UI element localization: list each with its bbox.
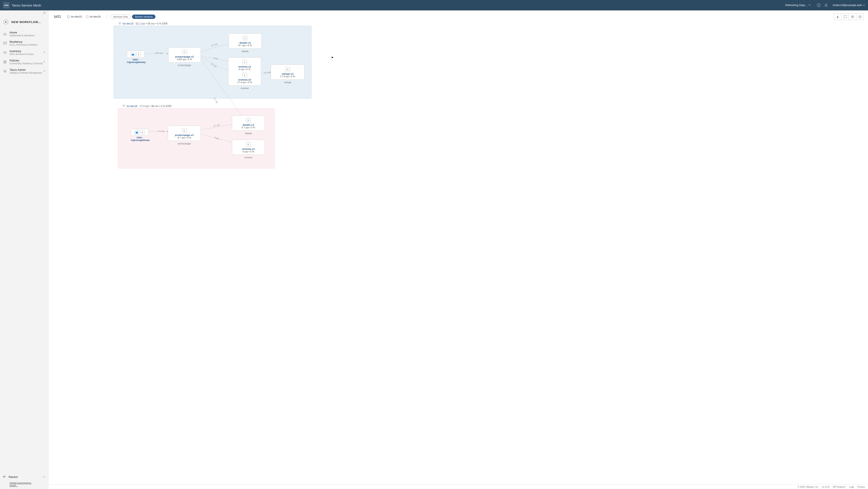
version-icon: v.	[285, 67, 290, 71]
nav-sublabel: SLOs, Peformance & Metrics	[9, 44, 37, 46]
nav-label: Policies	[9, 59, 43, 62]
fullscreen-icon[interactable]	[841, 14, 849, 20]
users-icon: 👥	[130, 52, 135, 57]
node-productpage-c1[interactable]: v. productpage-v1 8.68 rps • 0 % product…	[168, 47, 201, 66]
status-label: Refreshing Data...	[785, 4, 807, 7]
node-group: details	[228, 50, 261, 53]
cluster-stats: 52.2 rps • 95 ms • 0 % ERR	[136, 22, 167, 25]
main-area: bi01 tm-dev15 tm-dev16 Services Only Ser…	[49, 10, 868, 489]
topology-canvas[interactable]: tm-dev15 52.2 rps • 95 ms • 0 % ERR tm-d…	[49, 21, 868, 195]
zoom-in-icon[interactable]	[849, 14, 856, 20]
node-name: reviews-v2	[232, 79, 257, 81]
version-icon: v.	[246, 142, 251, 146]
node-name: reviews-v1	[232, 65, 257, 68]
node-name: istio-ingressgateway	[131, 136, 148, 141]
node-name: productpage-v1	[172, 134, 197, 136]
sidebar-item-policies[interactable]: Policies Connectivity, Resiliency & Secu…	[0, 57, 48, 66]
node-stats: 17.4 rps • 0 %	[232, 81, 257, 84]
nav-sublabel: GNS, Services & Groups	[9, 53, 34, 55]
cluster-name-link[interactable]: tm-dev15	[123, 22, 133, 25]
node-productpage-c2[interactable]: v. productpage-v1 8.7 rps • 0 % productp…	[168, 126, 201, 145]
node-group: productpage	[168, 142, 201, 145]
node-stats: 8.7 rps • 0 %	[172, 136, 197, 139]
door-icon: ⎘	[136, 52, 141, 57]
cluster-header-tm-dev16: tm-dev16 17.4 rps • 98 ms • 0 % ERR	[122, 104, 172, 108]
sidebar-item-home[interactable]: Home Dashboards & Operations	[0, 29, 48, 38]
sidebar-recent[interactable]: Recent	[0, 473, 48, 481]
sidebar-item-admin[interactable]: Tanzu Admin Settings & Software Manageme…	[0, 66, 48, 76]
footer: © 2022 VMware, Inc v1.13.8 API Explorer …	[49, 484, 868, 489]
sidebar-item-inventory[interactable]: Inventory GNS, Services & Groups	[0, 48, 48, 57]
bell-icon[interactable]	[824, 3, 828, 7]
new-workflow-button[interactable]: + NEW WORKFLOW...	[0, 15, 48, 29]
arrow-left-icon	[3, 475, 6, 479]
node-group: reviews	[228, 87, 261, 89]
download-icon[interactable]	[834, 14, 841, 20]
recent-link[interactable]: /global-namespaces-detail/...	[0, 481, 48, 489]
svg-text:?: ?	[818, 4, 819, 6]
node-reviews-c2[interactable]: v. reviews-v1 0 rps • 0 % reviews	[232, 140, 265, 159]
logo: vmw	[3, 2, 9, 8]
cluster-name-link[interactable]: tm-dev16	[127, 105, 137, 108]
home-icon	[3, 32, 7, 36]
node-istio-ingressgateway-c2[interactable]: 👥 ⎘ istio-ingressgateway	[131, 129, 148, 141]
graph-toolbar: bi01 tm-dev15 tm-dev16 Services Only Ser…	[49, 10, 868, 21]
footer-logs-link[interactable]: Logs	[849, 486, 854, 488]
node-stats: 17.4 rps • 0 %	[274, 75, 301, 78]
user-menu[interactable]: tmdev14@example.web	[833, 4, 865, 7]
node-name: details-v1	[236, 124, 261, 126]
node-stats: 8.7 rps • 0 %	[232, 44, 258, 47]
node-group: details	[232, 132, 265, 134]
zoom-out-icon[interactable]	[856, 14, 863, 20]
node-name: details-v1	[232, 41, 258, 44]
node-reviews-c1[interactable]: v. reviews-v1 0 rps • 0 % v. reviews-v2 …	[228, 57, 261, 89]
version-icon: v.	[242, 73, 247, 77]
node-name: istio-ingressgateway	[127, 58, 144, 63]
graph-tool-buttons	[834, 13, 864, 20]
node-name: reviews-v1	[236, 148, 261, 150]
status-dropdown[interactable]	[808, 4, 811, 7]
version-icon: v.	[182, 128, 187, 132]
node-name: productpage-v1	[172, 55, 197, 58]
svg-rect-7	[5, 61, 6, 63]
legend-swatch-blue	[67, 16, 70, 18]
nav-label: Inventory	[9, 50, 34, 53]
footer-privacy-link[interactable]: Privacy	[858, 486, 865, 488]
legend-tm-dev15[interactable]: tm-dev15	[67, 15, 82, 18]
svg-rect-3	[4, 52, 6, 54]
cluster-icon	[118, 22, 121, 25]
legend-tm-dev16[interactable]: tm-dev16	[86, 15, 100, 18]
chevron-right-icon	[43, 70, 45, 73]
legend-swatch-pink	[86, 16, 88, 18]
node-stats: 0 rps • 0 %	[232, 68, 257, 70]
sidebar: + NEW WORKFLOW... Home Dashboards & Oper…	[0, 10, 49, 489]
chevron-right-icon	[43, 60, 45, 63]
pill-service-versions[interactable]: Service Versions	[132, 14, 155, 19]
node-group: reviews	[232, 156, 265, 159]
help-icon[interactable]: ?	[817, 3, 821, 7]
node-stats: 8.7 rps • 0 %	[236, 126, 261, 129]
nav-label: Home	[9, 31, 34, 34]
node-group: ratings	[271, 81, 305, 84]
node-details-c1[interactable]: v. details-v1 8.7 rps • 0 % details	[228, 33, 261, 53]
sidebar-item-resiliency[interactable]: Resiliency SLOs, Peformance & Metrics	[0, 38, 48, 48]
node-stats: 8.68 rps • 0 %	[172, 58, 197, 61]
svg-point-5	[5, 52, 6, 53]
nav-sublabel: Settings & Software Management	[9, 72, 42, 74]
svg-point-14	[119, 24, 121, 25]
recent-label: Recent	[9, 475, 43, 479]
node-istio-ingressgateway-c1[interactable]: 👥 ⎘ istio-ingressgateway	[127, 51, 144, 63]
user-email: tmdev14@example.web	[833, 4, 862, 7]
footer-version: v1.13.8	[822, 486, 829, 488]
node-ratings-c1[interactable]: v. ratings-v1 17.4 rps • 0 % ratings	[271, 64, 305, 84]
pill-services-only[interactable]: Services Only	[110, 14, 131, 19]
version-icon: v.	[242, 60, 247, 64]
plus-icon: +	[3, 20, 8, 24]
node-details-c2[interactable]: v. details-v1 8.7 rps • 0 % details	[232, 116, 265, 134]
policies-icon	[3, 60, 7, 64]
sidebar-collapse-icon[interactable]	[0, 10, 48, 15]
users-icon: 👥	[134, 130, 139, 134]
chart-icon	[3, 41, 7, 45]
edge-label: 8.68 rps	[155, 52, 163, 54]
footer-api-link[interactable]: API Explorer	[833, 486, 846, 488]
